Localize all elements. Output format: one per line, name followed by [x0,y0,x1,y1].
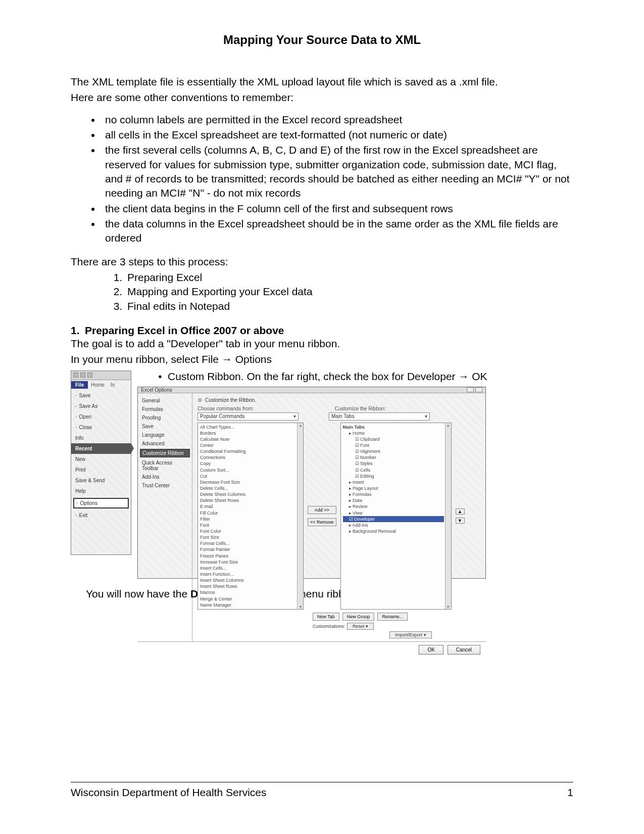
command-item[interactable]: Font Size [200,534,296,540]
scrollbar[interactable] [297,423,303,609]
new-group-button[interactable]: New Group [342,613,375,621]
tab-item[interactable]: Review [343,503,444,509]
tab-item[interactable]: Add-Ins [343,522,444,528]
command-item[interactable]: E-mail [200,503,296,509]
dialog-titlebar: Excel Options [138,387,485,393]
file-new[interactable]: New [71,454,131,465]
tabs-root[interactable]: Main Tabs [343,424,444,430]
tab-item[interactable]: Styles [343,460,444,467]
cat-formulas[interactable]: Formulas [138,405,192,413]
tabs-listbox[interactable]: Main TabsHomeClipboardFontAlignmentNumbe… [340,423,452,610]
move-down-button[interactable]: ▼ [456,518,465,524]
command-item[interactable]: Name Manager [200,602,296,608]
customize-ribbon-label: Customize the Ribbon: [335,406,386,411]
file-tab[interactable]: File [71,381,88,389]
help-icon[interactable] [467,387,474,392]
tab-item[interactable]: ☑ Developer [343,516,444,522]
remove-button[interactable]: << Remove [308,518,336,526]
file-save-send[interactable]: Save & Send [71,475,131,486]
command-item[interactable]: Merge & Center [200,596,296,602]
tab-item[interactable]: Data [343,497,444,503]
command-item[interactable]: Increase Font Size [200,559,296,565]
tab-item[interactable]: View [343,510,444,516]
file-save[interactable]: Save [71,390,131,401]
cat-addins[interactable]: Add-Ins [138,473,192,481]
tab-item[interactable]: Editing [343,473,444,479]
file-print[interactable]: Print [71,465,131,475]
command-item[interactable]: Cut [200,473,296,479]
cat-save[interactable]: Save [138,422,192,431]
file-exit[interactable]: Exit [71,510,131,521]
command-item[interactable]: Delete Cells... [200,485,296,491]
footer-page: 1 [567,786,573,799]
cat-qat[interactable]: Quick Access Toolbar [138,458,192,473]
file-open[interactable]: Open [71,411,131,422]
scrollbar[interactable] [445,423,451,609]
cat-general[interactable]: General [138,396,192,405]
bullet: the first several cells (columns A, B, C… [101,143,573,200]
cat-advanced[interactable]: Advanced [138,439,192,448]
command-item[interactable]: All Chart Types... [200,424,296,430]
ribbon-dropdown[interactable]: Main Tabs [329,412,430,421]
tab-item[interactable]: Alignment [343,448,444,454]
move-up-button[interactable]: ▲ [456,508,465,515]
file-close[interactable]: Close [71,422,131,433]
tab-item[interactable]: Number [343,454,444,460]
custom-ribbon-text: Custom Ribbon. On the far right, check t… [168,370,487,382]
file-save-as[interactable]: Save As [71,401,131,411]
command-item[interactable]: Insert Sheet Columns [200,577,296,583]
commands-dropdown[interactable]: Popular Commands [197,412,299,421]
tab-item[interactable]: Cells [343,467,444,473]
close-icon[interactable] [475,387,482,392]
command-item[interactable]: Decrease Font Size [200,479,296,485]
command-item[interactable]: Font [200,522,296,528]
command-item[interactable]: Delete Sheet Columns [200,491,296,497]
cat-proofing[interactable]: Proofing [138,413,192,422]
command-item[interactable]: Fill Color [200,510,296,516]
file-info[interactable]: Info [71,433,131,443]
command-item[interactable]: Format Cells... [200,540,296,546]
tab-item[interactable]: Insert [343,479,444,485]
insert-tab[interactable]: In [108,381,118,389]
ok-button[interactable]: OK [419,645,443,655]
home-tab[interactable]: Home [88,381,108,389]
command-item[interactable]: Delete Sheet Rows [200,497,296,503]
rename-button[interactable]: Rename... [377,613,408,621]
command-item[interactable]: Format Painter [200,546,296,552]
command-item[interactable]: Calculate Now [200,436,296,442]
cat-trust[interactable]: Trust Center [138,481,192,490]
steps-list: Preparing Excel Mapping and Exporting yo… [125,270,573,313]
tab-item[interactable]: Clipboard [343,436,444,442]
tab-item[interactable]: Background Removal [343,528,444,534]
cat-language[interactable]: Language [138,431,192,439]
tab-item[interactable]: Formulas [343,491,444,497]
command-item[interactable]: Center [200,442,296,448]
add-button[interactable]: Add >> [308,506,336,514]
command-item[interactable]: Copy [200,460,296,467]
command-item[interactable]: Borders [200,430,296,436]
cancel-button[interactable]: Cancel [448,645,480,655]
tab-item[interactable]: Home [343,430,444,436]
command-item[interactable]: Insert Sheet Rows [200,583,296,589]
cat-customize-ribbon-selected[interactable]: Customize Ribbon [140,449,190,457]
command-item[interactable]: Insert Function... [200,571,296,577]
file-help[interactable]: Help [71,486,131,496]
commands-listbox[interactable]: All Chart Types...BordersCalculate NowCe… [197,423,304,610]
file-options-selected[interactable]: Options [73,498,129,508]
section-title: Preparing Excel in Office 2007 or above [85,325,284,336]
tab-item[interactable]: Font [343,442,444,448]
import-export-button[interactable]: Import/Export ▾ [389,631,432,638]
reset-button[interactable]: Reset ▾ [347,623,374,630]
tab-item[interactable]: Page Layout [343,485,444,491]
command-item[interactable]: Connections [200,454,296,460]
command-item[interactable]: Conditional Formatting [200,448,296,454]
command-item[interactable]: Filter [200,516,296,522]
command-item[interactable]: Freeze Panes [200,553,296,559]
file-recent[interactable]: Recent [71,443,131,454]
command-item[interactable]: Font Color [200,528,296,534]
command-item[interactable]: Insert Cells... [200,565,296,571]
new-tab-button[interactable]: New Tab [313,613,339,621]
command-item[interactable]: Custom Sort... [200,467,296,473]
bullet: the client data begins in the F column c… [101,202,573,216]
command-item[interactable]: Macros [200,589,296,595]
